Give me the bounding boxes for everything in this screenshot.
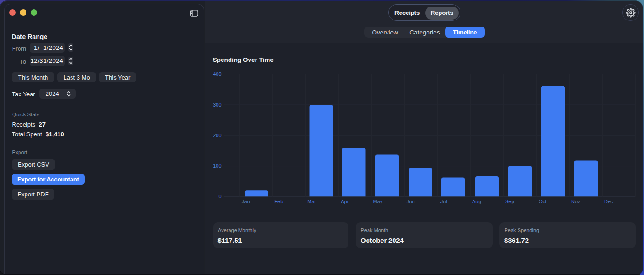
svg-text:Sep: Sep xyxy=(505,199,514,204)
svg-text:200: 200 xyxy=(213,132,221,138)
svg-text:100: 100 xyxy=(213,163,221,168)
svg-text:Jul: Jul xyxy=(440,199,447,204)
svg-text:Oct: Oct xyxy=(539,199,546,204)
svg-text:Mar: Mar xyxy=(307,199,316,204)
svg-text:Jan: Jan xyxy=(242,199,250,204)
svg-text:Jun: Jun xyxy=(407,199,415,204)
svg-text:300: 300 xyxy=(213,101,221,107)
svg-text:400: 400 xyxy=(213,71,221,77)
svg-text:May: May xyxy=(373,199,382,204)
svg-text:Dec: Dec xyxy=(604,199,613,204)
svg-text:Nov: Nov xyxy=(571,199,580,204)
svg-text:Aug: Aug xyxy=(472,199,481,204)
svg-text:Feb: Feb xyxy=(274,199,283,204)
svg-text:0: 0 xyxy=(218,194,221,199)
svg-text:Apr: Apr xyxy=(341,199,348,204)
